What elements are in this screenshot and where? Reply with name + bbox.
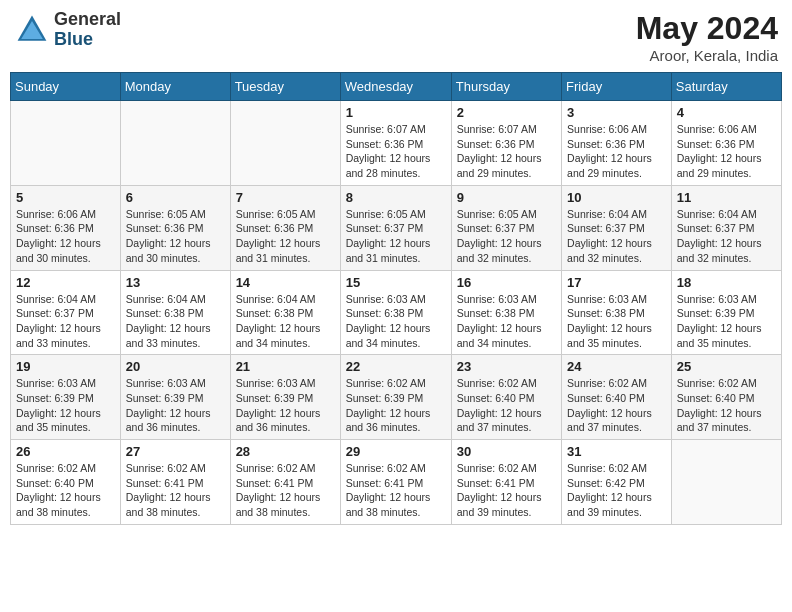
calendar-cell: 30Sunrise: 6:02 AM Sunset: 6:41 PM Dayli… [451,440,561,525]
logo-general-text: General [54,10,121,30]
calendar-cell: 20Sunrise: 6:03 AM Sunset: 6:39 PM Dayli… [120,355,230,440]
day-number: 10 [567,190,666,205]
day-number: 4 [677,105,776,120]
calendar-cell: 21Sunrise: 6:03 AM Sunset: 6:39 PM Dayli… [230,355,340,440]
day-number: 3 [567,105,666,120]
calendar-cell: 3Sunrise: 6:06 AM Sunset: 6:36 PM Daylig… [562,101,672,186]
day-info: Sunrise: 6:04 AM Sunset: 6:37 PM Dayligh… [16,292,115,351]
day-number: 19 [16,359,115,374]
calendar-cell: 29Sunrise: 6:02 AM Sunset: 6:41 PM Dayli… [340,440,451,525]
day-info: Sunrise: 6:02 AM Sunset: 6:40 PM Dayligh… [16,461,115,520]
calendar-header-monday: Monday [120,73,230,101]
calendar-cell: 5Sunrise: 6:06 AM Sunset: 6:36 PM Daylig… [11,185,121,270]
calendar-cell: 15Sunrise: 6:03 AM Sunset: 6:38 PM Dayli… [340,270,451,355]
day-number: 17 [567,275,666,290]
day-number: 16 [457,275,556,290]
day-number: 31 [567,444,666,459]
calendar-week-row: 12Sunrise: 6:04 AM Sunset: 6:37 PM Dayli… [11,270,782,355]
day-number: 6 [126,190,225,205]
calendar-week-row: 1Sunrise: 6:07 AM Sunset: 6:36 PM Daylig… [11,101,782,186]
calendar-cell: 6Sunrise: 6:05 AM Sunset: 6:36 PM Daylig… [120,185,230,270]
day-info: Sunrise: 6:06 AM Sunset: 6:36 PM Dayligh… [567,122,666,181]
day-info: Sunrise: 6:03 AM Sunset: 6:39 PM Dayligh… [16,376,115,435]
day-number: 20 [126,359,225,374]
day-info: Sunrise: 6:03 AM Sunset: 6:39 PM Dayligh… [126,376,225,435]
day-number: 24 [567,359,666,374]
day-info: Sunrise: 6:02 AM Sunset: 6:42 PM Dayligh… [567,461,666,520]
calendar-cell [230,101,340,186]
calendar-cell: 18Sunrise: 6:03 AM Sunset: 6:39 PM Dayli… [671,270,781,355]
calendar-cell [11,101,121,186]
day-number: 28 [236,444,335,459]
calendar-header-sunday: Sunday [11,73,121,101]
day-info: Sunrise: 6:02 AM Sunset: 6:41 PM Dayligh… [126,461,225,520]
logo-text: General Blue [54,10,121,50]
day-info: Sunrise: 6:02 AM Sunset: 6:40 PM Dayligh… [567,376,666,435]
calendar-table: SundayMondayTuesdayWednesdayThursdayFrid… [10,72,782,525]
day-number: 18 [677,275,776,290]
calendar-cell: 23Sunrise: 6:02 AM Sunset: 6:40 PM Dayli… [451,355,561,440]
day-number: 12 [16,275,115,290]
day-number: 21 [236,359,335,374]
day-number: 22 [346,359,446,374]
logo-blue-text: Blue [54,30,121,50]
page-header: General Blue May 2024 Aroor, Kerala, Ind… [10,10,782,64]
calendar-week-row: 19Sunrise: 6:03 AM Sunset: 6:39 PM Dayli… [11,355,782,440]
logo: General Blue [14,10,121,50]
calendar-cell: 7Sunrise: 6:05 AM Sunset: 6:36 PM Daylig… [230,185,340,270]
calendar-cell: 25Sunrise: 6:02 AM Sunset: 6:40 PM Dayli… [671,355,781,440]
day-info: Sunrise: 6:05 AM Sunset: 6:37 PM Dayligh… [457,207,556,266]
calendar-cell: 13Sunrise: 6:04 AM Sunset: 6:38 PM Dayli… [120,270,230,355]
day-info: Sunrise: 6:02 AM Sunset: 6:40 PM Dayligh… [677,376,776,435]
calendar-header-saturday: Saturday [671,73,781,101]
calendar-cell: 4Sunrise: 6:06 AM Sunset: 6:36 PM Daylig… [671,101,781,186]
day-number: 5 [16,190,115,205]
day-info: Sunrise: 6:05 AM Sunset: 6:36 PM Dayligh… [236,207,335,266]
calendar-cell: 14Sunrise: 6:04 AM Sunset: 6:38 PM Dayli… [230,270,340,355]
calendar-cell: 24Sunrise: 6:02 AM Sunset: 6:40 PM Dayli… [562,355,672,440]
calendar-cell: 8Sunrise: 6:05 AM Sunset: 6:37 PM Daylig… [340,185,451,270]
calendar-header-friday: Friday [562,73,672,101]
calendar-cell: 11Sunrise: 6:04 AM Sunset: 6:37 PM Dayli… [671,185,781,270]
day-number: 30 [457,444,556,459]
day-info: Sunrise: 6:03 AM Sunset: 6:39 PM Dayligh… [677,292,776,351]
day-info: Sunrise: 6:04 AM Sunset: 6:37 PM Dayligh… [567,207,666,266]
calendar-week-row: 26Sunrise: 6:02 AM Sunset: 6:40 PM Dayli… [11,440,782,525]
calendar-week-row: 5Sunrise: 6:06 AM Sunset: 6:36 PM Daylig… [11,185,782,270]
day-info: Sunrise: 6:02 AM Sunset: 6:41 PM Dayligh… [457,461,556,520]
day-info: Sunrise: 6:02 AM Sunset: 6:41 PM Dayligh… [346,461,446,520]
calendar-header-wednesday: Wednesday [340,73,451,101]
day-number: 25 [677,359,776,374]
calendar-cell: 9Sunrise: 6:05 AM Sunset: 6:37 PM Daylig… [451,185,561,270]
calendar-cell: 17Sunrise: 6:03 AM Sunset: 6:38 PM Dayli… [562,270,672,355]
day-number: 23 [457,359,556,374]
day-info: Sunrise: 6:02 AM Sunset: 6:41 PM Dayligh… [236,461,335,520]
calendar-cell: 12Sunrise: 6:04 AM Sunset: 6:37 PM Dayli… [11,270,121,355]
day-info: Sunrise: 6:06 AM Sunset: 6:36 PM Dayligh… [16,207,115,266]
day-number: 29 [346,444,446,459]
day-number: 13 [126,275,225,290]
calendar-cell: 16Sunrise: 6:03 AM Sunset: 6:38 PM Dayli… [451,270,561,355]
day-info: Sunrise: 6:07 AM Sunset: 6:36 PM Dayligh… [346,122,446,181]
calendar-header-row: SundayMondayTuesdayWednesdayThursdayFrid… [11,73,782,101]
calendar-cell: 10Sunrise: 6:04 AM Sunset: 6:37 PM Dayli… [562,185,672,270]
day-info: Sunrise: 6:02 AM Sunset: 6:39 PM Dayligh… [346,376,446,435]
calendar-cell: 26Sunrise: 6:02 AM Sunset: 6:40 PM Dayli… [11,440,121,525]
day-info: Sunrise: 6:03 AM Sunset: 6:39 PM Dayligh… [236,376,335,435]
day-number: 8 [346,190,446,205]
day-number: 26 [16,444,115,459]
day-info: Sunrise: 6:06 AM Sunset: 6:36 PM Dayligh… [677,122,776,181]
day-number: 14 [236,275,335,290]
day-info: Sunrise: 6:04 AM Sunset: 6:37 PM Dayligh… [677,207,776,266]
calendar-cell [671,440,781,525]
calendar-header-tuesday: Tuesday [230,73,340,101]
title-section: May 2024 Aroor, Kerala, India [636,10,778,64]
day-info: Sunrise: 6:05 AM Sunset: 6:37 PM Dayligh… [346,207,446,266]
day-info: Sunrise: 6:03 AM Sunset: 6:38 PM Dayligh… [457,292,556,351]
calendar-cell: 1Sunrise: 6:07 AM Sunset: 6:36 PM Daylig… [340,101,451,186]
day-number: 11 [677,190,776,205]
day-number: 15 [346,275,446,290]
day-number: 9 [457,190,556,205]
calendar-cell: 28Sunrise: 6:02 AM Sunset: 6:41 PM Dayli… [230,440,340,525]
logo-icon [14,12,50,48]
